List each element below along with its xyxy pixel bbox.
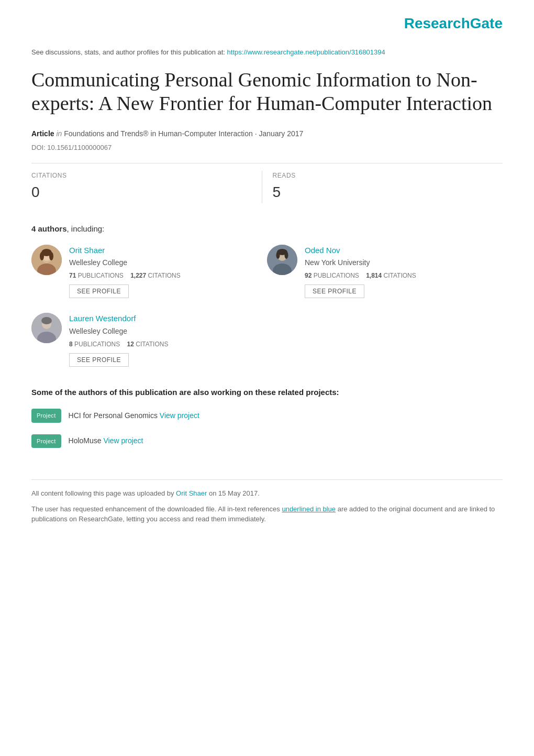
citations-value: 0 — [31, 181, 251, 203]
citations-label: CITATIONS — [31, 171, 251, 180]
related-projects-section: Some of the authors of this publication … — [31, 387, 503, 448]
reads-label: READS — [273, 171, 493, 180]
article-meta: Article in Foundations and Trends® in Hu… — [31, 128, 503, 139]
footer-disclaimer: The user has requested enhancement of th… — [31, 504, 503, 524]
avatar-lauren — [31, 313, 62, 343]
authors-grid: Orit Shaer Wellesley College 71 PUBLICAT… — [31, 245, 503, 381]
svg-point-6 — [49, 252, 53, 260]
journal: Foundations and Trends® in Human-Compute… — [64, 129, 303, 138]
author-stats-lauren: 8 PUBLICATIONS 12 CITATIONS — [69, 339, 251, 349]
avatar-orit — [31, 245, 62, 275]
in-label: in — [56, 129, 62, 138]
author-stats-orit: 71 PUBLICATIONS 1,227 CITATIONS — [69, 271, 251, 280]
project-item-hci: Project HCI for Personal Genomics View p… — [31, 409, 503, 423]
author-name-orit[interactable]: Orit Shaer — [69, 245, 251, 257]
header: ResearchGate — [31, 13, 503, 35]
svg-point-12 — [285, 251, 288, 259]
author-institution-oded: New York University — [305, 257, 487, 268]
project-link-holomuse[interactable]: View project — [103, 436, 143, 445]
footer: All content following this page was uplo… — [31, 479, 503, 524]
author-card-oded: Oded Nov New York University 92 PUBLICAT… — [267, 245, 503, 313]
author-name-oded[interactable]: Oded Nov — [305, 245, 487, 257]
see-profile-orit[interactable]: SEE PROFILE — [69, 284, 129, 298]
related-heading: Some of the authors of this publication … — [31, 387, 503, 399]
svg-point-5 — [40, 252, 44, 260]
author-institution-lauren: Wellesley College — [69, 326, 251, 337]
publication-link[interactable]: https://www.researchgate.net/publication… — [227, 48, 385, 56]
reads-col: READS 5 — [262, 171, 503, 203]
citations-col: CITATIONS 0 — [31, 171, 262, 203]
author-info-oded: Oded Nov New York University 92 PUBLICAT… — [305, 245, 487, 299]
svg-point-11 — [276, 251, 280, 259]
author-stats-oded: 92 PUBLICATIONS 1,814 CITATIONS — [305, 271, 487, 280]
author-card-lauren: Lauren Westendorf Wellesley College 8 PU… — [31, 313, 267, 381]
see-profile-oded[interactable]: SEE PROFILE — [305, 284, 364, 298]
svg-point-16 — [41, 317, 52, 324]
project-badge-hci: Project — [31, 409, 61, 423]
author-institution-orit: Wellesley College — [69, 257, 251, 268]
project-badge-holomuse: Project — [31, 434, 61, 448]
author-card-orit: Orit Shaer Wellesley College 71 PUBLICAT… — [31, 245, 267, 313]
article-title: Communicating Personal Genomic Informati… — [31, 68, 503, 116]
reads-value: 5 — [273, 181, 493, 203]
project-link-hci[interactable]: View project — [160, 411, 199, 420]
authors-heading: 4 authors, including: — [31, 223, 503, 235]
doi: DOI: 10.1561/1100000067 — [31, 143, 503, 153]
footer-upload-line: All content following this page was uplo… — [31, 488, 503, 499]
stats-row: CITATIONS 0 READS 5 — [31, 163, 503, 211]
author-info-lauren: Lauren Westendorf Wellesley College 8 PU… — [69, 313, 251, 367]
researchgate-logo: ResearchGate — [404, 15, 503, 31]
project-text-hci: HCI for Personal Genomics View project — [69, 410, 199, 421]
see-profile-lauren[interactable]: SEE PROFILE — [69, 353, 129, 367]
footer-underline-text: underlined in blue — [282, 505, 336, 513]
project-item-holomuse: Project HoloMuse View project — [31, 434, 503, 448]
avatar-oded — [267, 245, 297, 275]
see-discussion-text: See discussions, stats, and author profi… — [31, 47, 503, 58]
author-info-orit: Orit Shaer Wellesley College 71 PUBLICAT… — [69, 245, 251, 299]
author-name-lauren[interactable]: Lauren Westendorf — [69, 313, 251, 325]
footer-uploader-link[interactable]: Orit Shaer — [176, 489, 207, 497]
project-text-holomuse: HoloMuse View project — [69, 435, 143, 446]
